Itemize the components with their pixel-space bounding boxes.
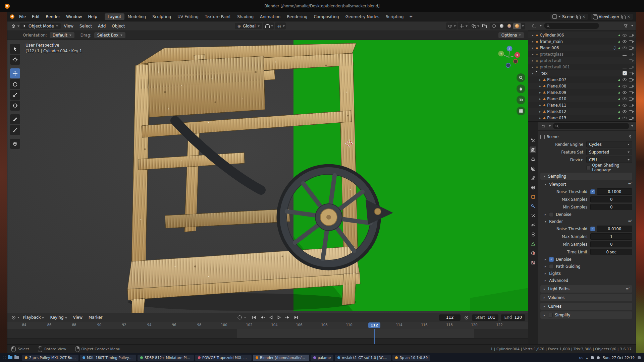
- sampling-panel-header[interactable]: ▾Sampling: [540, 173, 632, 180]
- viewport-noise-threshold-field[interactable]: 0.1000: [597, 188, 632, 195]
- collection-checkbox[interactable]: [623, 71, 627, 75]
- viewport-min-samples-field[interactable]: 0: [590, 204, 632, 210]
- chevron-down-icon[interactable]: [454, 25, 456, 27]
- network-icon[interactable]: [591, 356, 594, 359]
- preset-menu-icon[interactable]: ≡˅: [626, 287, 630, 291]
- shading-solid-button[interactable]: [498, 23, 505, 29]
- chevron-down-icon[interactable]: [244, 317, 246, 318]
- expand-arrow-icon[interactable]: ▸: [538, 97, 542, 101]
- measure-tool[interactable]: [10, 125, 20, 135]
- output-properties-tab[interactable]: [530, 156, 536, 163]
- toggle-xray-icon[interactable]: [481, 23, 488, 29]
- play-reverse-button[interactable]: [267, 314, 275, 321]
- menu-playback[interactable]: Playback: [20, 314, 47, 320]
- start-frame-field[interactable]: Start101: [472, 314, 498, 321]
- viewport-denoise-subpanel[interactable]: ▸Denoise: [540, 211, 632, 218]
- shading-rendered-button[interactable]: [513, 23, 521, 29]
- keyboard-layout-indicator[interactable]: us: [579, 356, 583, 360]
- disable-in-renders-toggle[interactable]: [629, 116, 634, 120]
- chevron-down-icon[interactable]: [549, 125, 551, 127]
- hide-in-viewport-toggle[interactable]: [622, 78, 627, 81]
- chevron-down-icon[interactable]: [17, 317, 19, 318]
- transform-orientation-dropdown[interactable]: ⊕ Global: [235, 23, 262, 29]
- tab-texture-paint[interactable]: Texture Paint: [202, 13, 234, 20]
- app-grid-icon[interactable]: [2, 356, 6, 360]
- view-layer-properties-tab[interactable]: [530, 165, 536, 172]
- end-frame-field[interactable]: End120: [501, 314, 525, 321]
- chevron-down-icon[interactable]: [17, 25, 19, 27]
- tab-layout[interactable]: Layout: [105, 13, 124, 20]
- outliner-item[interactable]: ▸ protectglass: [528, 51, 636, 57]
- lights-subpanel[interactable]: ▸Lights: [540, 270, 632, 277]
- viewport-subpanel-header[interactable]: ▾Viewport≡˅: [540, 181, 632, 188]
- expand-arrow-icon[interactable]: ▸: [531, 34, 534, 37]
- tray-expand-icon[interactable]: ▴: [586, 356, 588, 359]
- snap-magnet-icon[interactable]: [264, 23, 271, 29]
- editor-type-viewport-icon[interactable]: [10, 23, 17, 29]
- editor-type-outliner-icon[interactable]: [531, 23, 537, 29]
- object-properties-tab[interactable]: [530, 193, 536, 200]
- hide-in-viewport-toggle[interactable]: [622, 59, 627, 62]
- physics-properties-tab[interactable]: [530, 222, 536, 228]
- menu-file[interactable]: File: [16, 14, 29, 20]
- play-button[interactable]: [275, 314, 283, 321]
- use-preview-range-icon[interactable]: [463, 314, 470, 321]
- tab-animation[interactable]: Animation: [257, 13, 283, 20]
- move-tool[interactable]: [10, 68, 20, 78]
- tab-rendering[interactable]: Rendering: [284, 13, 310, 20]
- outliner-item[interactable]: ▸ frame_main: [528, 38, 636, 45]
- simplify-checkbox[interactable]: [548, 313, 553, 317]
- disable-in-renders-toggle[interactable]: [629, 97, 634, 101]
- chevron-down-icon[interactable]: [631, 125, 633, 127]
- pan-hand-icon[interactable]: [517, 84, 525, 93]
- editor-type-timeline-icon[interactable]: [10, 314, 17, 321]
- tab-compositing[interactable]: Compositing: [311, 13, 342, 20]
- hide-in-viewport-toggle[interactable]: [622, 84, 627, 88]
- expand-arrow-icon[interactable]: ▸: [531, 65, 534, 69]
- taskbar-window-blender[interactable]: Blender [/home/amalie/Desktop/ble...: [253, 355, 309, 361]
- select-box-tool[interactable]: [10, 44, 20, 54]
- hide-in-viewport-toggle[interactable]: [622, 97, 627, 101]
- outliner-item[interactable]: ▸ Plane.007: [528, 76, 636, 83]
- volumes-panel-header[interactable]: ▸Volumes: [540, 294, 632, 301]
- hide-in-viewport-toggle[interactable]: [622, 103, 627, 107]
- chevron-down-icon[interactable]: [466, 25, 468, 27]
- expand-arrow-icon[interactable]: ▸: [538, 116, 542, 120]
- notifications-icon[interactable]: [638, 356, 641, 359]
- chevron-down-icon[interactable]: [477, 25, 479, 27]
- scene-properties-tab[interactable]: [530, 175, 536, 181]
- outliner-item[interactable]: ▸ Plane.013: [528, 115, 636, 121]
- render-noise-threshold-field[interactable]: 0.0100: [597, 226, 632, 232]
- menu-view-timeline[interactable]: View: [70, 314, 85, 320]
- outliner-item[interactable]: ▸ Plane.009: [528, 89, 636, 96]
- advanced-subpanel[interactable]: ▸Advanced: [540, 277, 632, 284]
- chevron-down-icon[interactable]: [631, 25, 633, 26]
- expand-arrow-icon[interactable]: ▸: [538, 104, 542, 107]
- clock[interactable]: Sun, 27 Oct 22:19: [603, 356, 635, 360]
- collapse-arrow-icon[interactable]: ▾: [531, 72, 534, 75]
- editor-type-properties-icon[interactable]: [540, 123, 547, 129]
- hide-in-viewport-toggle[interactable]: [622, 46, 627, 50]
- orientation-setting-dropdown[interactable]: Default: [50, 32, 74, 38]
- disable-in-renders-toggle[interactable]: [629, 91, 634, 94]
- texture-properties-tab[interactable]: [530, 259, 536, 266]
- new-scene-icon[interactable]: [576, 15, 580, 18]
- outliner-item[interactable]: ▸ Plane.008: [528, 83, 636, 89]
- outliner-item[interactable]: ▸ protectwall: [528, 57, 636, 64]
- menu-keying[interactable]: Keying: [47, 314, 69, 320]
- light-paths-panel-header[interactable]: ▸Light Paths≡˅: [540, 285, 632, 293]
- chevron-down-icon[interactable]: [540, 25, 542, 26]
- hide-in-viewport-toggle[interactable]: [622, 40, 627, 43]
- drag-setting-dropdown[interactable]: Select Box: [94, 32, 125, 38]
- expand-arrow-icon[interactable]: ▸: [531, 46, 534, 50]
- shading-material-button[interactable]: [505, 23, 513, 29]
- add-cube-tool[interactable]: [10, 139, 20, 149]
- hide-in-viewport-toggle[interactable]: [622, 110, 627, 113]
- disable-in-renders-toggle[interactable]: [629, 104, 634, 107]
- viewport-denoise-checkbox[interactable]: [549, 212, 554, 217]
- file-manager-icon[interactable]: [8, 356, 12, 359]
- tab-geometry-nodes[interactable]: Geometry Nodes: [342, 13, 382, 20]
- expand-arrow-icon[interactable]: ▸: [538, 110, 542, 113]
- outliner-collection[interactable]: ▾ tex: [528, 70, 636, 76]
- tool-properties-tab[interactable]: [530, 137, 536, 144]
